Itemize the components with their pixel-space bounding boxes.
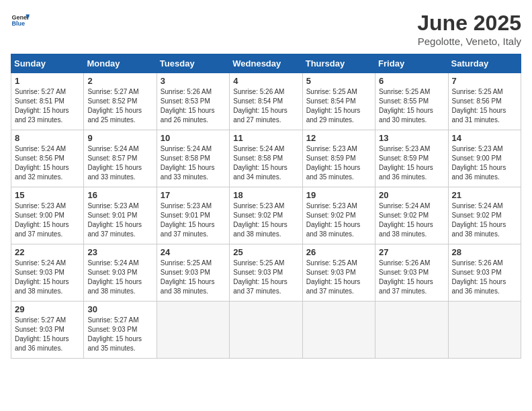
day-info: Sunrise: 5:24 AM Sunset: 9:03 PM Dayligh… [15,259,80,296]
table-row: 5Sunrise: 5:25 AM Sunset: 8:54 PM Daylig… [302,73,375,130]
week-row-5: 29Sunrise: 5:27 AM Sunset: 9:03 PM Dayli… [11,302,521,359]
day-number: 1 [15,76,80,86]
table-row: 11Sunrise: 5:24 AM Sunset: 8:58 PM Dayli… [230,130,302,187]
table-row: 20Sunrise: 5:24 AM Sunset: 9:02 PM Dayli… [375,187,448,244]
day-info: Sunrise: 5:24 AM Sunset: 8:56 PM Dayligh… [15,144,80,182]
table-row: 27Sunrise: 5:26 AM Sunset: 9:03 PM Dayli… [375,244,448,302]
day-number: 8 [15,133,80,143]
day-info: Sunrise: 5:23 AM Sunset: 9:01 PM Dayligh… [161,201,226,239]
day-info: Sunrise: 5:25 AM Sunset: 9:03 PM Dayligh… [161,259,226,296]
day-info: Sunrise: 5:23 AM Sunset: 9:01 PM Dayligh… [87,201,152,239]
calendar-body: 1Sunrise: 5:27 AM Sunset: 8:51 PM Daylig… [11,73,521,359]
day-info: Sunrise: 5:23 AM Sunset: 9:02 PM Dayligh… [233,201,298,239]
day-number: 3 [161,76,226,86]
table-row: 9Sunrise: 5:24 AM Sunset: 8:57 PM Daylig… [84,130,157,187]
day-info: Sunrise: 5:27 AM Sunset: 8:52 PM Dayligh… [87,87,152,125]
header: General Blue June 2025 Pegolotte, Veneto… [11,11,521,47]
col-thursday: Thursday [302,54,375,73]
day-info: Sunrise: 5:25 AM Sunset: 8:56 PM Dayligh… [452,87,517,125]
day-number: 19 [306,190,371,200]
day-number: 10 [161,133,226,143]
col-saturday: Saturday [448,54,521,73]
logo-icon: General Blue [11,11,30,30]
table-row: 15Sunrise: 5:23 AM Sunset: 9:00 PM Dayli… [11,187,84,244]
day-info: Sunrise: 5:26 AM Sunset: 8:53 PM Dayligh… [161,87,226,125]
table-row: 16Sunrise: 5:23 AM Sunset: 9:01 PM Dayli… [84,187,157,244]
table-row: 12Sunrise: 5:23 AM Sunset: 8:59 PM Dayli… [302,130,375,187]
main-title: June 2025 [417,11,521,36]
day-number: 30 [87,304,152,314]
day-info: Sunrise: 5:24 AM Sunset: 8:58 PM Dayligh… [233,144,298,182]
day-info: Sunrise: 5:23 AM Sunset: 8:59 PM Dayligh… [306,144,371,182]
table-row: 1Sunrise: 5:27 AM Sunset: 8:51 PM Daylig… [11,73,84,130]
day-number: 23 [87,247,152,257]
table-row: 21Sunrise: 5:24 AM Sunset: 9:02 PM Dayli… [448,187,521,244]
day-number: 21 [452,190,517,200]
table-row: 22Sunrise: 5:24 AM Sunset: 9:03 PM Dayli… [11,244,84,302]
table-row: 7Sunrise: 5:25 AM Sunset: 8:56 PM Daylig… [448,73,521,130]
table-row: 29Sunrise: 5:27 AM Sunset: 9:03 PM Dayli… [11,302,84,359]
table-row: 2Sunrise: 5:27 AM Sunset: 8:52 PM Daylig… [84,73,157,130]
day-number: 29 [15,304,80,314]
table-row [448,302,521,359]
table-row: 28Sunrise: 5:26 AM Sunset: 9:03 PM Dayli… [448,244,521,302]
day-number: 14 [452,133,517,143]
table-row [157,302,229,359]
day-info: Sunrise: 5:25 AM Sunset: 9:03 PM Dayligh… [233,259,298,296]
day-info: Sunrise: 5:23 AM Sunset: 9:00 PM Dayligh… [15,201,80,239]
week-row-1: 1Sunrise: 5:27 AM Sunset: 8:51 PM Daylig… [11,73,521,130]
day-info: Sunrise: 5:25 AM Sunset: 8:55 PM Dayligh… [379,87,444,125]
table-row [375,302,448,359]
day-number: 5 [306,76,371,86]
day-number: 11 [233,133,298,143]
table-row: 25Sunrise: 5:25 AM Sunset: 9:03 PM Dayli… [230,244,302,302]
col-wednesday: Wednesday [230,54,302,73]
day-info: Sunrise: 5:27 AM Sunset: 9:03 PM Dayligh… [15,316,80,353]
table-row: 30Sunrise: 5:27 AM Sunset: 9:03 PM Dayli… [84,302,157,359]
week-row-2: 8Sunrise: 5:24 AM Sunset: 8:56 PM Daylig… [11,130,521,187]
table-row: 6Sunrise: 5:25 AM Sunset: 8:55 PM Daylig… [375,73,448,130]
day-info: Sunrise: 5:25 AM Sunset: 8:54 PM Dayligh… [306,87,371,125]
table-row: 10Sunrise: 5:24 AM Sunset: 8:58 PM Dayli… [157,130,229,187]
day-info: Sunrise: 5:26 AM Sunset: 9:03 PM Dayligh… [379,259,444,296]
day-info: Sunrise: 5:24 AM Sunset: 9:02 PM Dayligh… [452,201,517,239]
table-row: 4Sunrise: 5:26 AM Sunset: 8:54 PM Daylig… [230,73,302,130]
col-friday: Friday [375,54,448,73]
day-number: 16 [87,190,152,200]
header-row: Sunday Monday Tuesday Wednesday Thursday… [11,54,521,73]
day-number: 28 [452,247,517,257]
table-row: 24Sunrise: 5:25 AM Sunset: 9:03 PM Dayli… [157,244,229,302]
col-monday: Monday [84,54,157,73]
day-number: 6 [379,76,444,86]
day-info: Sunrise: 5:23 AM Sunset: 9:00 PM Dayligh… [452,144,517,182]
day-info: Sunrise: 5:24 AM Sunset: 8:58 PM Dayligh… [161,144,226,182]
table-row [230,302,302,359]
day-number: 27 [379,247,444,257]
table-row: 3Sunrise: 5:26 AM Sunset: 8:53 PM Daylig… [157,73,229,130]
day-number: 26 [306,247,371,257]
subtitle: Pegolotte, Veneto, Italy [417,36,521,47]
day-number: 17 [161,190,226,200]
col-tuesday: Tuesday [157,54,229,73]
day-number: 7 [452,76,517,86]
logo: General Blue [11,11,30,30]
title-area: June 2025 Pegolotte, Veneto, Italy [417,11,521,47]
table-row: 8Sunrise: 5:24 AM Sunset: 8:56 PM Daylig… [11,130,84,187]
day-info: Sunrise: 5:24 AM Sunset: 9:03 PM Dayligh… [87,259,152,296]
col-sunday: Sunday [11,54,84,73]
day-info: Sunrise: 5:27 AM Sunset: 8:51 PM Dayligh… [15,87,80,125]
day-info: Sunrise: 5:23 AM Sunset: 8:59 PM Dayligh… [379,144,444,182]
day-info: Sunrise: 5:25 AM Sunset: 9:03 PM Dayligh… [306,259,371,296]
table-row: 26Sunrise: 5:25 AM Sunset: 9:03 PM Dayli… [302,244,375,302]
day-info: Sunrise: 5:23 AM Sunset: 9:02 PM Dayligh… [306,201,371,239]
day-number: 22 [15,247,80,257]
day-number: 9 [87,133,152,143]
day-number: 15 [15,190,80,200]
day-number: 13 [379,133,444,143]
day-number: 18 [233,190,298,200]
table-row: 14Sunrise: 5:23 AM Sunset: 9:00 PM Dayli… [448,130,521,187]
table-row: 19Sunrise: 5:23 AM Sunset: 9:02 PM Dayli… [302,187,375,244]
svg-text:Blue: Blue [11,20,25,27]
day-number: 24 [161,247,226,257]
table-row: 17Sunrise: 5:23 AM Sunset: 9:01 PM Dayli… [157,187,229,244]
